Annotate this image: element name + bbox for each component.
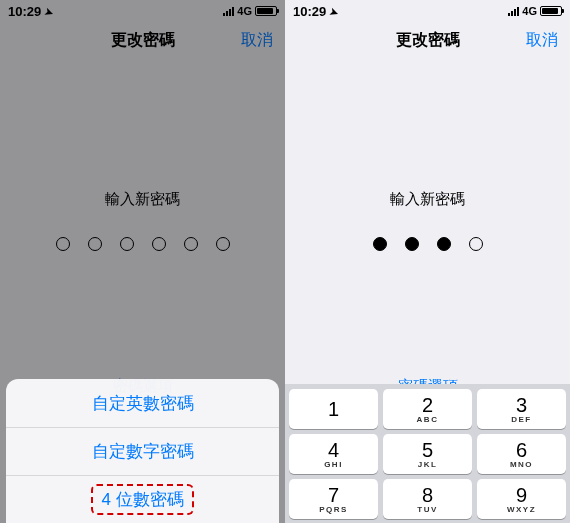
key-number: 1: [328, 399, 339, 419]
key-number: 4: [328, 440, 339, 460]
key-number: 9: [516, 485, 527, 505]
passcode-dot: [373, 237, 387, 251]
network-label: 4G: [522, 5, 537, 17]
highlight: 4 位數密碼: [91, 484, 193, 515]
cancel-button[interactable]: 取消: [526, 30, 558, 51]
key-1[interactable]: 1: [289, 389, 378, 429]
sheet-option-4digit[interactable]: 4 位數密碼: [6, 475, 279, 523]
key-number: 6: [516, 440, 527, 460]
key-7[interactable]: 7PQRS: [289, 479, 378, 519]
key-9[interactable]: 9WXYZ: [477, 479, 566, 519]
key-8[interactable]: 8TUV: [383, 479, 472, 519]
status-time: 10:29: [293, 4, 326, 19]
passcode-dot: [437, 237, 451, 251]
signal-icon: [508, 6, 519, 16]
status-right: 4G: [508, 5, 562, 17]
key-number: 7: [328, 485, 339, 505]
action-sheet: 自定英數密碼 自定數字密碼 4 位數密碼: [6, 379, 279, 523]
key-letters: PQRS: [319, 505, 348, 514]
passcode-dots: [373, 237, 483, 251]
key-number: 8: [422, 485, 433, 505]
key-letters: JKL: [418, 460, 438, 469]
key-letters: GHI: [324, 460, 343, 469]
key-letters: TUV: [417, 505, 438, 514]
key-letters: ABC: [417, 415, 439, 424]
key-letters: DEF: [511, 415, 532, 424]
key-4[interactable]: 4GHI: [289, 434, 378, 474]
passcode-dot: [405, 237, 419, 251]
battery-icon: [540, 6, 562, 16]
key-3[interactable]: 3DEF: [477, 389, 566, 429]
sheet-option-alphanumeric[interactable]: 自定英數密碼: [6, 379, 279, 427]
numeric-keypad: 1 2ABC 3DEF 4GHI 5JKL 6MNO 7PQRS 8TUV 9W…: [285, 384, 570, 523]
key-2[interactable]: 2ABC: [383, 389, 472, 429]
key-number: 2: [422, 395, 433, 415]
key-number: 3: [516, 395, 527, 415]
key-6[interactable]: 6MNO: [477, 434, 566, 474]
passcode-dot: [469, 237, 483, 251]
key-letters: WXYZ: [507, 505, 536, 514]
passcode-prompt: 輸入新密碼: [390, 190, 465, 209]
page-title: 更改密碼: [396, 30, 460, 51]
key-number: 5: [422, 440, 433, 460]
location-icon: ➤: [328, 5, 339, 18]
key-letters: MNO: [510, 460, 533, 469]
key-5[interactable]: 5JKL: [383, 434, 472, 474]
sheet-option-numeric[interactable]: 自定數字密碼: [6, 427, 279, 475]
